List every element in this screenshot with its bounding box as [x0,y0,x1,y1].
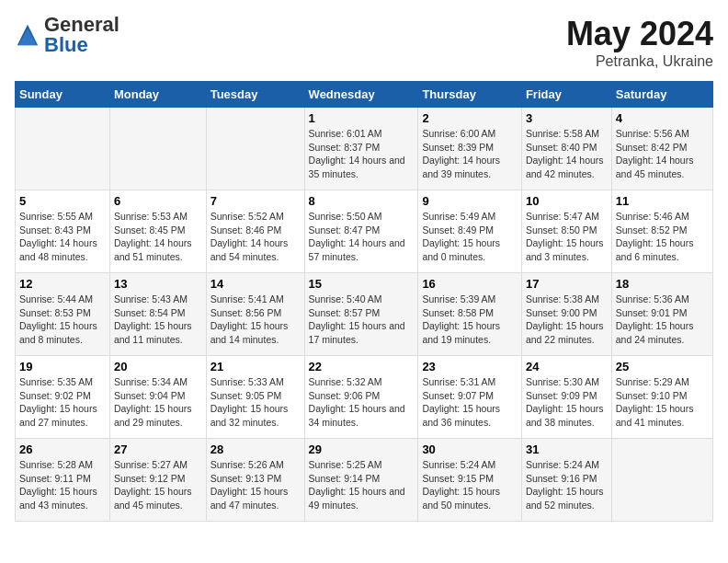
cell-info: Sunrise: 5:26 AM Sunset: 9:13 PM Dayligh… [210,458,301,512]
calendar-cell: 11Sunrise: 5:46 AM Sunset: 8:52 PM Dayli… [611,190,712,273]
cell-info: Sunrise: 5:27 AM Sunset: 9:12 PM Dayligh… [114,458,202,512]
calendar-cell: 9Sunrise: 5:49 AM Sunset: 8:49 PM Daylig… [418,190,522,273]
calendar-cell [611,439,712,522]
header-day: Sunday [16,82,110,108]
calendar-cell: 24Sunrise: 5:30 AM Sunset: 9:09 PM Dayli… [521,356,611,439]
calendar-cell: 18Sunrise: 5:36 AM Sunset: 9:01 PM Dayli… [611,273,712,356]
cell-info: Sunrise: 5:44 AM Sunset: 8:53 PM Dayligh… [19,293,106,347]
calendar-cell: 4Sunrise: 5:56 AM Sunset: 8:42 PM Daylig… [611,108,712,190]
calendar-cell [109,108,206,190]
title-block: May 2024 Petranka, Ukraine [566,15,713,70]
day-number: 20 [114,360,202,373]
cell-info: Sunrise: 5:24 AM Sunset: 9:16 PM Dayligh… [526,458,608,512]
day-number: 17 [526,277,608,291]
calendar-row: 5Sunrise: 5:55 AM Sunset: 8:43 PM Daylig… [16,190,713,273]
day-number: 15 [309,277,415,291]
cell-info: Sunrise: 5:38 AM Sunset: 9:00 PM Dayligh… [526,293,608,347]
header-day: Wednesday [304,82,418,108]
cell-info: Sunrise: 5:49 AM Sunset: 8:49 PM Dayligh… [422,210,518,264]
calendar-cell: 20Sunrise: 5:34 AM Sunset: 9:04 PM Dayli… [109,356,206,439]
calendar-row: 1Sunrise: 6:01 AM Sunset: 8:37 PM Daylig… [16,108,713,190]
cell-info: Sunrise: 6:01 AM Sunset: 8:37 PM Dayligh… [309,127,415,181]
cell-info: Sunrise: 5:33 AM Sunset: 9:05 PM Dayligh… [210,375,301,430]
day-number: 12 [19,277,106,291]
day-number: 13 [114,277,202,291]
day-number: 3 [526,111,608,125]
calendar-cell: 8Sunrise: 5:50 AM Sunset: 8:47 PM Daylig… [304,190,418,273]
cell-info: Sunrise: 5:47 AM Sunset: 8:50 PM Dayligh… [526,210,608,264]
calendar-cell: 30Sunrise: 5:24 AM Sunset: 9:15 PM Dayli… [418,439,522,522]
day-number: 7 [210,194,301,208]
cell-info: Sunrise: 5:43 AM Sunset: 8:54 PM Dayligh… [114,293,202,347]
subtitle: Petranka, Ukraine [566,53,713,70]
calendar-cell: 29Sunrise: 5:25 AM Sunset: 9:14 PM Dayli… [304,439,418,522]
cell-info: Sunrise: 5:46 AM Sunset: 8:52 PM Dayligh… [616,210,709,264]
cell-info: Sunrise: 5:34 AM Sunset: 9:04 PM Dayligh… [114,375,202,430]
header-day: Saturday [611,82,712,108]
page-header: General Blue May 2024 Petranka, Ukraine [15,15,713,70]
day-number: 1 [309,111,415,125]
logo: General Blue [15,15,119,55]
day-number: 18 [616,277,709,291]
cell-info: Sunrise: 5:55 AM Sunset: 8:43 PM Dayligh… [19,210,106,264]
day-number: 24 [526,360,608,373]
calendar-cell: 16Sunrise: 5:39 AM Sunset: 8:58 PM Dayli… [418,273,522,356]
calendar-cell: 12Sunrise: 5:44 AM Sunset: 8:53 PM Dayli… [16,273,110,356]
day-number: 5 [19,194,106,208]
day-number: 14 [210,277,301,291]
calendar-cell: 15Sunrise: 5:40 AM Sunset: 8:57 PM Dayli… [304,273,418,356]
calendar-cell: 5Sunrise: 5:55 AM Sunset: 8:43 PM Daylig… [16,190,110,273]
day-number: 28 [210,442,301,456]
day-number: 30 [422,442,518,456]
cell-info: Sunrise: 5:31 AM Sunset: 9:07 PM Dayligh… [422,375,518,430]
cell-info: Sunrise: 5:24 AM Sunset: 9:15 PM Dayligh… [422,458,518,512]
header-day: Monday [109,82,206,108]
calendar-cell: 6Sunrise: 5:53 AM Sunset: 8:45 PM Daylig… [109,190,206,273]
header-day: Tuesday [206,82,304,108]
day-number: 16 [422,277,518,291]
day-number: 6 [114,194,202,208]
svg-marker-1 [18,29,37,45]
cell-info: Sunrise: 5:40 AM Sunset: 8:57 PM Dayligh… [309,293,415,347]
cell-info: Sunrise: 6:00 AM Sunset: 8:39 PM Dayligh… [422,127,518,181]
cell-info: Sunrise: 5:25 AM Sunset: 9:14 PM Dayligh… [309,458,415,512]
day-number: 8 [309,194,415,208]
day-number: 21 [210,360,301,373]
calendar-cell: 1Sunrise: 6:01 AM Sunset: 8:37 PM Daylig… [304,108,418,190]
day-number: 29 [309,442,415,456]
cell-info: Sunrise: 5:50 AM Sunset: 8:47 PM Dayligh… [309,210,415,264]
cell-info: Sunrise: 5:53 AM Sunset: 8:45 PM Dayligh… [114,210,202,264]
day-number: 11 [616,194,709,208]
logo-text: General Blue [44,15,119,55]
main-title: May 2024 [566,15,713,53]
calendar-table: SundayMondayTuesdayWednesdayThursdayFrid… [15,81,713,522]
calendar-row: 19Sunrise: 5:35 AM Sunset: 9:02 PM Dayli… [16,356,713,439]
calendar-cell: 21Sunrise: 5:33 AM Sunset: 9:05 PM Dayli… [206,356,304,439]
calendar-cell: 28Sunrise: 5:26 AM Sunset: 9:13 PM Dayli… [206,439,304,522]
calendar-cell: 22Sunrise: 5:32 AM Sunset: 9:06 PM Dayli… [304,356,418,439]
cell-info: Sunrise: 5:30 AM Sunset: 9:09 PM Dayligh… [526,375,608,430]
calendar-cell: 2Sunrise: 6:00 AM Sunset: 8:39 PM Daylig… [418,108,522,190]
cell-info: Sunrise: 5:56 AM Sunset: 8:42 PM Dayligh… [616,127,709,181]
cell-info: Sunrise: 5:58 AM Sunset: 8:40 PM Dayligh… [526,127,608,181]
day-number: 26 [19,442,106,456]
calendar-cell: 17Sunrise: 5:38 AM Sunset: 9:00 PM Dayli… [521,273,611,356]
header-day: Thursday [418,82,522,108]
cell-info: Sunrise: 5:39 AM Sunset: 8:58 PM Dayligh… [422,293,518,347]
cell-info: Sunrise: 5:35 AM Sunset: 9:02 PM Dayligh… [19,375,106,430]
day-number: 27 [114,442,202,456]
calendar-cell: 31Sunrise: 5:24 AM Sunset: 9:16 PM Dayli… [521,439,611,522]
cell-info: Sunrise: 5:29 AM Sunset: 9:10 PM Dayligh… [616,375,709,430]
calendar-row: 12Sunrise: 5:44 AM Sunset: 8:53 PM Dayli… [16,273,713,356]
cell-info: Sunrise: 5:28 AM Sunset: 9:11 PM Dayligh… [19,458,106,512]
day-number: 22 [309,360,415,373]
day-number: 9 [422,194,518,208]
day-number: 31 [526,442,608,456]
day-number: 25 [616,360,709,373]
calendar-cell: 19Sunrise: 5:35 AM Sunset: 9:02 PM Dayli… [16,356,110,439]
calendar-cell: 14Sunrise: 5:41 AM Sunset: 8:56 PM Dayli… [206,273,304,356]
day-number: 23 [422,360,518,373]
calendar-cell: 25Sunrise: 5:29 AM Sunset: 9:10 PM Dayli… [611,356,712,439]
day-number: 10 [526,194,608,208]
header-row: SundayMondayTuesdayWednesdayThursdayFrid… [16,82,713,108]
